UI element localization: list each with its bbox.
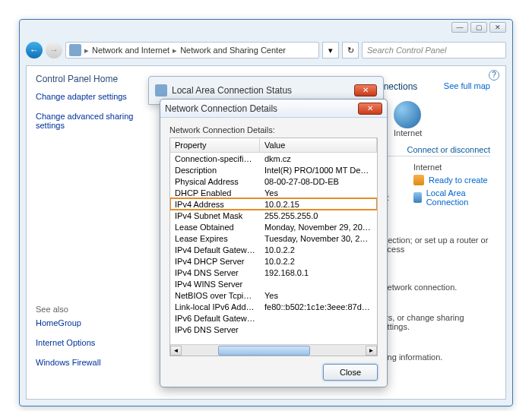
- address-dropdown-button[interactable]: ▾: [322, 42, 339, 58]
- value-cell: [260, 278, 377, 289]
- value-cell: fe80::b502:1c1e:3eee:87d9%11: [260, 301, 377, 312]
- scroll-left-button[interactable]: ◄: [170, 346, 182, 356]
- dialog-titlebar: Network Connection Details ✕: [160, 100, 387, 118]
- table-row[interactable]: IPv4 Address10.0.2.15: [170, 198, 377, 210]
- refresh-button[interactable]: ↻: [342, 42, 359, 58]
- value-cell: 192.168.0.1: [260, 267, 377, 278]
- text-fragment: oting information.: [378, 353, 490, 362]
- table-row[interactable]: Physical Address08-00-27-08-DD-EB: [170, 175, 377, 187]
- property-cell: Lease Obtained: [170, 221, 260, 232]
- control-panel-home[interactable]: Control Panel Home: [36, 74, 145, 84]
- property-cell: Lease Expires: [170, 232, 260, 244]
- dialog-body: Network Connection Details: Property Val…: [160, 118, 387, 364]
- breadcrumb[interactable]: ▸ Network and Internet ▸ Network and Sha…: [65, 42, 319, 58]
- close-details-dialog-button[interactable]: ✕: [358, 103, 382, 115]
- scroll-right-button[interactable]: ►: [366, 346, 377, 356]
- property-cell: Link-local IPv6 Address: [170, 301, 260, 312]
- minimize-button[interactable]: —: [451, 22, 468, 33]
- internet-globe-icon: [394, 101, 421, 128]
- value-cell: 10.0.2.15: [260, 198, 377, 210]
- table-row[interactable]: DHCP EnabledYes: [170, 187, 377, 198]
- property-cell: Description: [170, 164, 260, 175]
- value-cell: Yes: [260, 289, 377, 301]
- table-row[interactable]: IPv6 Default Gateway: [170, 312, 377, 324]
- table-row[interactable]: NetBIOS over Tcpip En...Yes: [170, 289, 377, 301]
- maximize-button[interactable]: ▢: [470, 22, 487, 33]
- header-value[interactable]: Value: [260, 138, 377, 152]
- back-button[interactable]: ←: [26, 42, 43, 58]
- table-row[interactable]: DescriptionIntel(R) PRO/1000 MT Desktop …: [170, 164, 377, 175]
- dialog-title: Network Connection Details: [165, 103, 277, 114]
- connections-heading: nnections: [378, 81, 444, 92]
- address-bar: ← → ▸ Network and Internet ▸ Network and…: [26, 40, 506, 61]
- table-header: Property Value: [170, 138, 377, 153]
- table-body: Connection-specific DN...dkm.czDescripti…: [170, 153, 377, 335]
- homegroup-icon: [413, 175, 424, 185]
- internet-label: Internet: [394, 128, 422, 138]
- table-row[interactable]: Connection-specific DN...dkm.cz: [170, 153, 377, 164]
- connection-status-icon: [155, 84, 167, 96]
- table-row[interactable]: IPv4 WINS Server: [170, 278, 377, 289]
- close-status-dialog-button[interactable]: ✕: [354, 84, 377, 96]
- value-cell: 10.0.2.2: [260, 244, 377, 255]
- table-row[interactable]: Lease ObtainedMonday, November 29, 2021 …: [170, 221, 377, 232]
- see-full-map-link[interactable]: See full map: [444, 81, 490, 90]
- windows-firewall-link[interactable]: Windows Firewall: [36, 358, 145, 367]
- property-cell: IPv4 DHCP Server: [170, 255, 260, 267]
- ready-to-create-link[interactable]: Ready to create: [429, 175, 488, 185]
- value-cell: 10.0.2.2: [260, 255, 377, 267]
- property-cell: NetBIOS over Tcpip En...: [170, 289, 260, 301]
- access-type-value: Internet: [413, 163, 442, 172]
- chevron-right-icon: ▸: [84, 46, 89, 55]
- value-cell: Yes: [260, 187, 377, 198]
- breadcrumb-network-sharing[interactable]: Network and Sharing Center: [179, 46, 287, 55]
- header-property[interactable]: Property: [170, 138, 260, 152]
- property-cell: DHCP Enabled: [170, 187, 260, 198]
- local-area-connection-link[interactable]: Local Area Connection: [426, 188, 490, 207]
- property-cell: Connection-specific DN...: [170, 153, 260, 164]
- forward-button[interactable]: →: [46, 42, 62, 58]
- details-label: Network Connection Details:: [169, 125, 378, 134]
- search-input[interactable]: Search Control Panel: [362, 42, 506, 58]
- table-row[interactable]: IPv6 DNS Server: [170, 324, 377, 335]
- property-cell: IPv4 WINS Server: [170, 278, 260, 289]
- table-row[interactable]: IPv4 DNS Server192.168.0.1: [170, 267, 377, 278]
- horizontal-scrollbar[interactable]: ◄ ►: [170, 344, 377, 356]
- scroll-track[interactable]: [182, 346, 366, 356]
- property-cell: IPv6 DNS Server: [170, 324, 260, 335]
- details-table: Property Value Connection-specific DN...…: [169, 138, 378, 356]
- network-icon: [69, 44, 81, 56]
- property-cell: Physical Address: [170, 175, 260, 187]
- connection-details-dialog: Network Connection Details ✕ Network Con…: [160, 99, 388, 387]
- property-cell: IPv4 DNS Server: [170, 267, 260, 278]
- breadcrumb-network-internet[interactable]: Network and Internet: [90, 46, 171, 55]
- close-window-button[interactable]: ✕: [489, 22, 506, 33]
- text-fragment: nnection; or set up a router or access: [378, 236, 490, 254]
- text-fragment: ters, or change sharing settings.: [378, 313, 490, 331]
- value-cell: Monday, November 29, 2021 3:07:21 PM: [260, 221, 377, 232]
- left-nav: Control Panel Home Change adapter settin…: [27, 66, 154, 399]
- change-advanced-sharing[interactable]: Change advanced sharing settings: [36, 112, 145, 130]
- value-cell: Intel(R) PRO/1000 MT Desktop Adapter: [260, 164, 377, 175]
- value-cell: 08-00-27-08-DD-EB: [260, 175, 377, 187]
- connection-icon: [413, 192, 422, 203]
- see-also-heading: See also: [36, 305, 145, 314]
- value-cell: Tuesday, November 30, 2021 3:07:17 PM: [260, 232, 377, 244]
- table-row[interactable]: Lease ExpiresTuesday, November 30, 2021 …: [170, 232, 377, 244]
- connection-status-title: Local Area Connection Status: [172, 85, 292, 96]
- property-cell: IPv4 Address: [170, 198, 260, 210]
- property-cell: IPv4 Default Gateway: [170, 244, 260, 255]
- property-cell: IPv6 Default Gateway: [170, 312, 260, 324]
- internet-options-link[interactable]: Internet Options: [36, 338, 145, 347]
- window-controls: — ▢ ✕: [451, 22, 506, 33]
- close-button[interactable]: Close: [323, 364, 378, 381]
- change-adapter-settings[interactable]: Change adapter settings: [36, 92, 145, 101]
- scroll-thumb[interactable]: [218, 346, 310, 356]
- table-row[interactable]: IPv4 Default Gateway10.0.2.2: [170, 244, 377, 255]
- value-cell: 255.255.255.0: [260, 210, 377, 221]
- text-fragment: l network connection.: [378, 283, 490, 292]
- table-row[interactable]: IPv4 DHCP Server10.0.2.2: [170, 255, 377, 267]
- table-row[interactable]: IPv4 Subnet Mask255.255.255.0: [170, 210, 377, 221]
- homegroup-link[interactable]: HomeGroup: [36, 318, 145, 327]
- table-row[interactable]: Link-local IPv6 Addressfe80::b502:1c1e:3…: [170, 301, 377, 312]
